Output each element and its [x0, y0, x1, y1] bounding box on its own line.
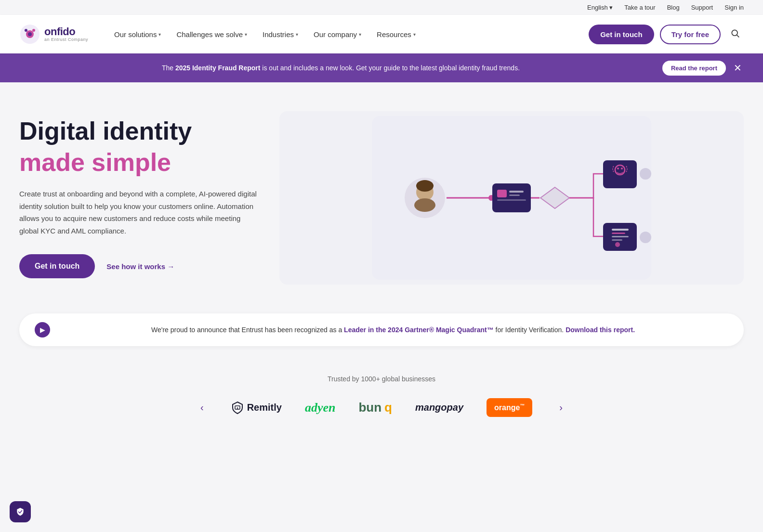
svg-point-25	[640, 168, 651, 180]
onfido-logo-icon	[19, 24, 40, 45]
header-actions: Get in touch Try for free	[589, 25, 744, 44]
sign-in-link[interactable]: Sign in	[724, 4, 744, 11]
svg-rect-29	[612, 236, 629, 237]
svg-point-23	[617, 168, 619, 169]
svg-rect-30	[612, 239, 622, 241]
chevron-icon: ▾	[296, 32, 298, 37]
gartner-link[interactable]: Leader in the 2024 Gartner® Magic Quadra…	[344, 326, 494, 334]
hero-buttons: Get in touch See how it works →	[19, 254, 260, 278]
bunq-logo: bunq	[358, 400, 392, 415]
read-report-button[interactable]: Read the report	[662, 61, 726, 76]
svg-point-2	[28, 32, 32, 36]
hero-diagram	[279, 111, 744, 285]
svg-point-24	[621, 168, 623, 169]
nav-resources[interactable]: Resources ▾	[370, 26, 422, 42]
nav-industries[interactable]: Industries ▾	[256, 26, 305, 42]
support-link[interactable]: Support	[691, 4, 713, 11]
svg-point-31	[615, 242, 620, 247]
svg-rect-14	[492, 183, 531, 212]
banner-text: The 2025 Identity Fraud Report is out an…	[19, 64, 662, 72]
logos-next-button[interactable]: ›	[555, 398, 566, 417]
announcement-banner: ▶ We're proud to announce that Entrust h…	[19, 313, 744, 346]
remitly-shield-icon	[231, 401, 244, 415]
trusted-title: Trusted by 1000+ global businesses	[19, 375, 744, 383]
nav-our-company[interactable]: Our company ▾	[307, 26, 368, 42]
hero-section: Digital identity made simple Create trus…	[0, 82, 763, 304]
hero-description: Create trust at onboarding and beyond wi…	[19, 188, 260, 237]
top-bar: English ▾ Take a tour Blog Support Sign …	[0, 0, 763, 15]
take-tour-link[interactable]: Take a tour	[624, 4, 655, 11]
svg-rect-16	[509, 191, 524, 193]
svg-point-5	[732, 30, 737, 36]
main-nav: Our solutions ▾ Challenges we solve ▾ In…	[107, 26, 589, 42]
svg-rect-27	[612, 229, 629, 231]
svg-point-10	[414, 198, 435, 212]
search-icon	[730, 28, 740, 38]
promo-banner: The 2025 Identity Fraud Report is out an…	[0, 53, 763, 82]
nav-challenges[interactable]: Challenges we solve ▾	[170, 26, 254, 42]
svg-rect-18	[497, 199, 526, 201]
hero-title-line2: made simple	[19, 149, 260, 176]
svg-rect-28	[612, 233, 625, 234]
header-get-in-touch-button[interactable]: Get in touch	[589, 25, 654, 44]
download-report-link[interactable]: Download this report.	[566, 326, 635, 334]
trusted-section: Trusted by 1000+ global businesses ‹ Rem…	[0, 356, 763, 427]
hero-title-line1: Digital identity	[19, 117, 260, 145]
logos-prev-button[interactable]: ‹	[197, 398, 208, 417]
main-header: onfido an Entrust Company Our solutions …	[0, 15, 763, 53]
language-selector[interactable]: English ▾	[587, 4, 613, 11]
header-try-free-button[interactable]: Try for free	[660, 25, 721, 44]
announcement-text: We're proud to announce that Entrust has…	[58, 325, 728, 335]
search-button[interactable]	[726, 25, 744, 44]
svg-rect-17	[509, 195, 520, 196]
logo-subtitle: an Entrust Company	[44, 38, 88, 42]
remitly-logo: Remitly	[231, 401, 282, 415]
hero-get-in-touch-button[interactable]: Get in touch	[19, 254, 95, 278]
svg-rect-15	[497, 190, 507, 197]
chevron-icon: ▾	[359, 32, 361, 37]
nav-our-solutions[interactable]: Our solutions ▾	[107, 26, 168, 42]
logo-link[interactable]: onfido an Entrust Company	[19, 24, 88, 45]
adyen-logo: adyen	[305, 401, 336, 415]
svg-point-11	[416, 180, 434, 192]
logo-name: onfido	[44, 26, 88, 38]
hero-see-how-button[interactable]: See how it works →	[106, 262, 174, 271]
mangopay-logo: mangopay	[415, 402, 463, 413]
blog-link[interactable]: Blog	[667, 4, 680, 11]
banner-close-button[interactable]: ✕	[732, 60, 744, 76]
chevron-icon: ▾	[413, 32, 416, 37]
svg-line-6	[737, 35, 739, 37]
svg-point-32	[640, 232, 651, 243]
hero-content: Digital identity made simple Create trus…	[19, 117, 260, 278]
svg-point-3	[25, 29, 27, 32]
play-icon: ▶	[35, 322, 50, 337]
logos-row: ‹ Remitly adyen bunq mangopay orange™ ›	[19, 398, 744, 417]
chevron-icon: ▾	[158, 32, 161, 37]
chevron-icon: ▾	[245, 32, 247, 37]
orange-logo: orange™	[487, 398, 532, 417]
svg-point-4	[32, 29, 35, 32]
identity-flow-diagram	[279, 116, 744, 280]
